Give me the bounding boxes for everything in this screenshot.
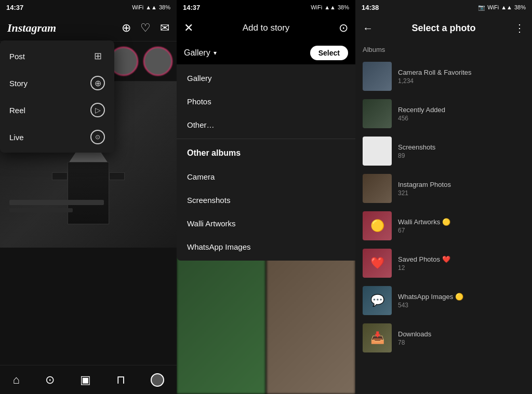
post-grid-icon: ⊞ — [90, 49, 105, 63]
messenger-icon[interactable]: ✉ — [160, 21, 169, 35]
profile-nav-avatar[interactable] — [151, 373, 164, 387]
album-info-5: Walli Artworks 🟡 67 — [398, 218, 525, 234]
gallery-option-other[interactable]: Other… — [177, 113, 355, 137]
album-count-2: 456 — [398, 115, 525, 122]
album-count-8: 78 — [398, 339, 525, 346]
album-item-7[interactable]: 💬 WhatsApp Images 🟡 543 — [355, 282, 532, 319]
album-walli-item[interactable]: Walli Artworks — [177, 212, 355, 235]
album-item-8[interactable]: 📥 Downloads 78 — [355, 319, 532, 357]
album-count-6: 12 — [398, 264, 525, 271]
dropdown-reel-item[interactable]: Reel ▷ — [0, 97, 114, 124]
album-name-3: Screenshots — [398, 143, 525, 151]
album-info-7: WhatsApp Images 🟡 543 — [398, 293, 525, 309]
album-name-4: Instagram Photos — [398, 181, 525, 188]
album-thumb-2 — [363, 99, 392, 128]
dropdown-post-label: Post — [9, 52, 25, 61]
album-thumb-4 — [363, 174, 392, 203]
album-name-8: Downloads — [398, 330, 525, 338]
gallery-chevron-icon: ▾ — [214, 49, 217, 57]
shop-nav-icon[interactable]: ⊓ — [116, 373, 125, 387]
select-status-icons: 📷 WiFi ▲▲ 38% — [478, 4, 526, 11]
feed-status-bar: 14:37 WiFi ▲▲ 38% — [0, 0, 177, 15]
album-item-1[interactable]: Camera Roll & Favorites 1,234 — [355, 58, 532, 95]
battery-indicator: 38% — [159, 4, 170, 10]
home-nav-icon[interactable]: ⌂ — [12, 373, 19, 387]
story-status-icons: WiFi ▲▲ 38% — [311, 4, 349, 10]
instagram-logo: Instagram — [7, 21, 56, 35]
select-photo-title: Select a photo — [411, 23, 475, 34]
story-status-time: 14:37 — [183, 4, 200, 11]
wifi-icon: WiFi — [132, 4, 143, 10]
story-avatar-4[interactable] — [143, 47, 172, 76]
ig-header-actions: ⊕ ♡ ✉ — [122, 21, 169, 35]
story-signal-icon: ▲▲ — [324, 4, 336, 10]
select-button[interactable]: Select — [310, 46, 348, 60]
story-crosshair-icon: ⊕ — [90, 76, 105, 90]
album-count-4: 321 — [398, 189, 525, 197]
album-item-4[interactable]: Instagram Photos 321 — [355, 170, 532, 207]
gallery-bar: Gallery ▾ Select — [177, 42, 355, 64]
album-name-2: Recently Added — [398, 106, 525, 114]
album-count-1: 1,234 — [398, 77, 525, 85]
album-info-8: Downloads 78 — [398, 330, 525, 346]
more-options-icon[interactable]: ⋮ — [514, 22, 525, 34]
gallery-label: Gallery — [184, 48, 210, 58]
album-thumb-8: 📥 — [363, 323, 392, 352]
select-header: ← Select a photo ⋮ — [355, 15, 532, 42]
feed-panel: 14:37 WiFi ▲▲ 38% Instagram ⊕ ♡ ✉ + — [0, 0, 177, 394]
story-wifi-icon: WiFi — [311, 4, 322, 10]
gallery-selector[interactable]: Gallery ▾ — [184, 48, 217, 58]
heart-icon[interactable]: ♡ — [140, 21, 151, 35]
feed-status-icons: WiFi ▲▲ 38% — [132, 4, 170, 10]
select-signal-icon: ▲▲ — [501, 4, 512, 10]
gallery-option-gallery[interactable]: Gallery — [177, 66, 355, 90]
dropdown-post-item[interactable]: Post ⊞ — [0, 43, 114, 70]
album-info-4: Instagram Photos 321 — [398, 181, 525, 197]
album-item-5[interactable]: 🟡 Walli Artworks 🟡 67 — [355, 207, 532, 244]
reels-nav-icon[interactable]: ▣ — [80, 373, 91, 387]
figure-left-arm — [52, 172, 68, 180]
dropdown-live-label: Live — [9, 133, 24, 142]
album-name-1: Camera Roll & Favorites — [398, 69, 525, 76]
story-settings-icon[interactable]: ⊙ — [339, 21, 348, 35]
caption-line-1 — [9, 200, 104, 205]
album-thumb-5: 🟡 — [363, 211, 392, 240]
select-status-bar: 14:38 📷 WiFi ▲▲ 38% — [355, 0, 532, 15]
story-panel: 14:37 WiFi ▲▲ 38% ✕ Add to story ⊙ Galle… — [177, 0, 355, 394]
gallery-option-photos[interactable]: Photos — [177, 90, 355, 113]
signal-icon: ▲▲ — [145, 4, 157, 10]
album-info-2: Recently Added 456 — [398, 106, 525, 122]
dropdown-story-item[interactable]: Story ⊕ — [0, 70, 114, 97]
album-list: Camera Roll & Favorites 1,234 Recently A… — [355, 58, 532, 394]
back-button[interactable]: ← — [363, 22, 373, 34]
album-whatsapp-item[interactable]: WhatsApp Images — [177, 235, 355, 259]
album-name-7: WhatsApp Images 🟡 — [398, 293, 525, 301]
album-camera-item[interactable]: Camera — [177, 165, 355, 188]
dropdown-live-item[interactable]: Live ⊙ — [0, 124, 114, 151]
story-header: ✕ Add to story ⊙ — [177, 15, 355, 42]
search-nav-icon[interactable]: ⊙ — [45, 373, 55, 387]
album-thumb-1 — [363, 62, 392, 91]
album-item-6[interactable]: ❤️ Saved Photos ❤️ 12 — [355, 244, 532, 282]
album-info-1: Camera Roll & Favorites 1,234 — [398, 69, 525, 85]
story-battery: 38% — [338, 4, 349, 10]
album-count-5: 67 — [398, 227, 525, 234]
create-dropdown-menu: Post ⊞ Story ⊕ Reel ▷ Live ⊙ — [0, 40, 114, 153]
story-close-icon[interactable]: ✕ — [184, 21, 193, 35]
albums-section-label: Albums — [355, 42, 532, 58]
album-count-7: 543 — [398, 302, 525, 309]
caption-line-2 — [9, 208, 73, 212]
ig-header: Instagram ⊕ ♡ ✉ — [0, 15, 177, 42]
album-item-2[interactable]: Recently Added 456 — [355, 95, 532, 132]
album-screenshots-item[interactable]: Screenshots — [177, 188, 355, 212]
select-battery: 38% — [514, 4, 526, 10]
post-caption-area — [5, 196, 171, 216]
dropdown-reel-label: Reel — [9, 106, 25, 115]
gallery-dropdown: Gallery Photos Other… Other albums Camer… — [177, 64, 355, 261]
story-status-bar: 14:37 WiFi ▲▲ 38% — [177, 0, 355, 15]
select-status-time: 14:38 — [362, 4, 379, 11]
select-wifi-icon: WiFi — [487, 4, 499, 10]
add-icon[interactable]: ⊕ — [122, 21, 131, 35]
select-photo-panel: 14:38 📷 WiFi ▲▲ 38% ← Select a photo ⋮ A… — [355, 0, 532, 394]
album-item-3[interactable]: Screenshots 89 — [355, 132, 532, 170]
